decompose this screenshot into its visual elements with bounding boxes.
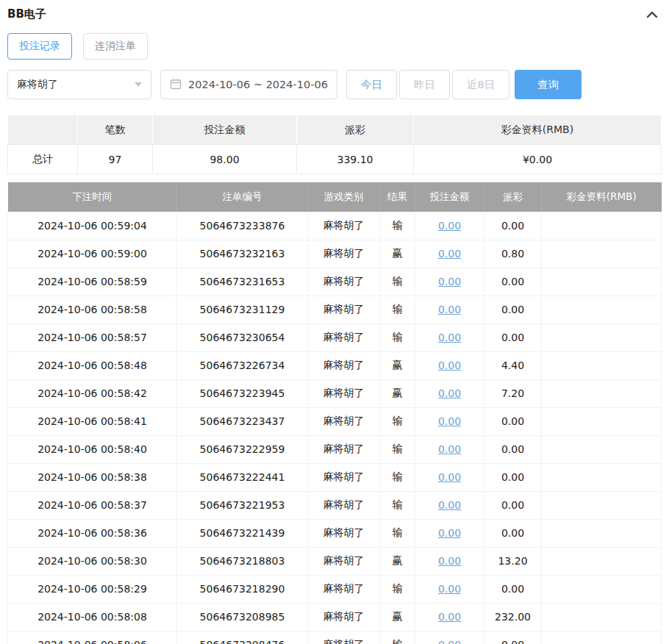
table-row: 2024-10-06 00:58:405064673222959麻将胡了输0.0… [8, 435, 662, 463]
cell-bet-time: 2024-10-06 00:58:30 [8, 547, 177, 575]
cell-game-type: 麻将胡了 [308, 463, 380, 491]
table-row: 2024-10-06 00:58:425064673223945麻将胡了赢0.0… [8, 379, 662, 407]
bet-amount-link[interactable]: 0.00 [438, 276, 461, 287]
cell-result: 赢 [380, 240, 415, 268]
bet-amount-link[interactable]: 0.00 [438, 583, 461, 595]
table-row: 2024-10-06 00:58:295064673218290麻将胡了输0.0… [8, 575, 662, 603]
cell-game-type: 麻将胡了 [308, 323, 380, 351]
collapse-button[interactable] [644, 8, 660, 21]
bet-amount-link[interactable]: 0.00 [438, 471, 461, 483]
cell-bonus [542, 296, 662, 323]
cell-order-id: 5064673223945 [177, 379, 308, 407]
cell-result: 赢 [380, 603, 415, 631]
summary-header-blank [8, 115, 78, 145]
cell-payout: 0.00 [484, 323, 542, 351]
cell-payout: 0.80 [484, 240, 542, 268]
tab-cancelled-orders[interactable]: 连消注单 [83, 33, 148, 60]
table-row: 2024-10-06 00:58:375064673221953麻将胡了输0.0… [8, 491, 662, 519]
cell-payout: 0.00 [484, 631, 542, 644]
cell-bet-amount: 0.00 [415, 351, 484, 379]
cell-bet-time: 2024-10-06 00:58:40 [8, 435, 177, 463]
bet-amount-link[interactable]: 0.00 [438, 639, 461, 644]
table-row: 2024-10-06 00:58:595064673231653麻将胡了输0.0… [8, 268, 662, 296]
cell-bet-amount: 0.00 [415, 240, 484, 268]
date-range-picker[interactable]: 2024-10-06 ~ 2024-10-06 [160, 70, 337, 99]
cell-game-type: 麻将胡了 [308, 407, 380, 435]
bet-table-body: 2024-10-06 00:59:045064673233876麻将胡了输0.0… [8, 212, 662, 644]
cell-game-type: 麻将胡了 [308, 575, 380, 603]
bet-amount-link[interactable]: 0.00 [438, 555, 461, 567]
cell-bet-time: 2024-10-06 00:58:58 [8, 296, 177, 323]
tab-bet-records[interactable]: 投注记录 [7, 33, 72, 60]
header-bet-time: 下注时间 [8, 182, 177, 212]
cell-bet-time: 2024-10-06 00:58:59 [8, 268, 177, 296]
cell-bonus [542, 323, 662, 351]
cell-bet-amount: 0.00 [415, 435, 484, 463]
cell-game-type: 麻将胡了 [308, 435, 380, 463]
cell-game-type: 麻将胡了 [308, 212, 380, 240]
cell-bet-time: 2024-10-06 00:58:41 [8, 407, 177, 435]
bet-amount-link[interactable]: 0.00 [438, 359, 461, 371]
table-row: 2024-10-06 00:58:415064673223437麻将胡了输0.0… [8, 407, 662, 435]
cell-bet-amount: 0.00 [415, 519, 484, 547]
bet-amount-link[interactable]: 0.00 [438, 248, 461, 260]
bet-amount-link[interactable]: 0.00 [438, 387, 461, 399]
header-game-type: 游戏类别 [308, 182, 380, 212]
cell-result: 输 [380, 296, 415, 323]
cell-bet-time: 2024-10-06 00:58:42 [8, 379, 177, 407]
filter-row: 麻将胡了 2024-10-06 ~ 2024-10-06 今日 昨日 近8日 查… [7, 70, 662, 99]
cell-bet-amount: 0.00 [415, 296, 484, 323]
cell-order-id: 5064673233876 [177, 212, 308, 240]
cell-bet-time: 2024-10-06 00:58:57 [8, 323, 177, 351]
cell-order-id: 5064673230654 [177, 323, 308, 351]
cell-game-type: 麻将胡了 [308, 268, 380, 296]
bet-amount-link[interactable]: 0.00 [438, 304, 461, 315]
cell-bonus [542, 575, 662, 603]
chevron-down-icon [135, 82, 142, 87]
cell-order-id: 5064673226734 [177, 351, 308, 379]
summary-total-row: 总计 97 98.00 339.10 ¥0.00 [8, 145, 662, 174]
cell-order-id: 5064673231653 [177, 268, 308, 296]
bet-amount-link[interactable]: 0.00 [438, 611, 461, 623]
quick-button-yesterday[interactable]: 昨日 [399, 70, 450, 99]
game-select[interactable]: 麻将胡了 [7, 70, 151, 99]
cell-bet-time: 2024-10-06 00:58:48 [8, 351, 177, 379]
bet-amount-link[interactable]: 0.00 [438, 415, 461, 427]
table-row: 2024-10-06 00:58:385064673222441麻将胡了输0.0… [8, 463, 662, 491]
bet-amount-link[interactable]: 0.00 [438, 527, 461, 539]
cell-payout: 4.40 [484, 351, 542, 379]
cell-bonus [542, 491, 662, 519]
table-row: 2024-10-06 00:58:085064673208985麻将胡了赢0.0… [8, 603, 662, 631]
cell-game-type: 麻将胡了 [308, 603, 380, 631]
search-button[interactable]: 查询 [515, 70, 582, 99]
bet-amount-link[interactable]: 0.00 [438, 499, 461, 511]
table-row: 2024-10-06 00:58:485064673226734麻将胡了赢0.0… [8, 351, 662, 379]
cell-payout: 13.20 [484, 547, 542, 575]
cell-result: 输 [380, 519, 415, 547]
bet-amount-link[interactable]: 0.00 [438, 220, 461, 232]
cell-order-id: 5064673218803 [177, 547, 308, 575]
summary-header-row: 笔数 投注金额 派彩 彩金资料(RMB) [8, 115, 662, 145]
bet-amount-link[interactable]: 0.00 [438, 443, 461, 455]
bet-amount-link[interactable]: 0.00 [438, 332, 461, 343]
cell-game-type: 麻将胡了 [308, 491, 380, 519]
cell-bet-time: 2024-10-06 00:58:36 [8, 519, 177, 547]
top-bar: BB电子 [7, 6, 662, 21]
header-bonus: 彩金资料(RMB) [542, 182, 662, 212]
header-order-id: 注单编号 [177, 182, 308, 212]
cell-bonus [542, 519, 662, 547]
cell-order-id: 5064673222959 [177, 435, 308, 463]
summary-header-payout: 派彩 [297, 115, 414, 145]
cell-bonus [542, 407, 662, 435]
cell-bonus [542, 351, 662, 379]
summary-header-bet-amount: 投注金额 [153, 115, 297, 145]
quick-date-buttons: 今日 昨日 近8日 [346, 70, 509, 99]
cell-payout: 0.00 [484, 212, 542, 240]
cell-game-type: 麻将胡了 [308, 379, 380, 407]
cell-bet-amount: 0.00 [415, 379, 484, 407]
quick-button-today[interactable]: 今日 [346, 70, 397, 99]
quick-button-last8days[interactable]: 近8日 [452, 70, 509, 99]
tabs: 投注记录 连消注单 [7, 33, 662, 60]
cell-order-id: 5064673208476 [177, 631, 308, 644]
cell-payout: 0.00 [484, 268, 542, 296]
